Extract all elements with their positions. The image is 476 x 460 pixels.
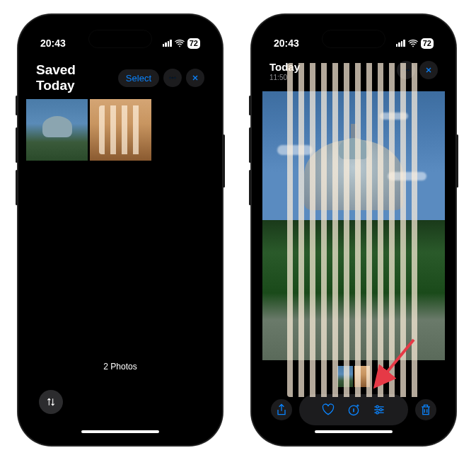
photo-thumbnail[interactable] <box>26 99 88 161</box>
share-icon <box>274 403 289 417</box>
close-icon <box>191 74 199 82</box>
power-button <box>456 134 458 188</box>
sort-button[interactable] <box>39 390 63 414</box>
share-button[interactable] <box>271 399 292 420</box>
wifi-icon <box>175 40 185 47</box>
filmstrip-thumbnail[interactable] <box>354 366 370 387</box>
heart-icon <box>321 403 335 417</box>
more-button[interactable] <box>163 69 182 87</box>
photo-grid <box>25 99 216 161</box>
trash-icon <box>419 403 433 417</box>
filmstrip[interactable] <box>258 366 449 387</box>
power-button <box>223 134 225 188</box>
status-time: 20:43 <box>274 38 299 49</box>
home-indicator[interactable] <box>315 430 393 433</box>
info-button[interactable] <box>343 399 364 420</box>
wifi-icon <box>408 40 418 47</box>
page-title: Saved Today <box>36 62 114 93</box>
side-button <box>16 96 18 115</box>
svg-point-1 <box>170 77 171 79</box>
status-time: 20:43 <box>40 38 66 49</box>
svg-point-4 <box>412 45 414 47</box>
volume-down-button <box>249 170 251 205</box>
svg-point-9 <box>376 406 378 408</box>
svg-point-3 <box>175 77 176 79</box>
photo-thumbnail[interactable] <box>90 99 151 161</box>
phone-detail-view: 20:43 72 Today 11:50 <box>251 14 456 446</box>
svg-point-10 <box>380 408 382 410</box>
close-button[interactable] <box>419 61 438 79</box>
favorite-button[interactable] <box>318 399 339 420</box>
adjustments-icon <box>372 403 386 417</box>
home-indicator[interactable] <box>81 430 159 433</box>
ellipsis-icon <box>168 73 178 83</box>
edit-button[interactable] <box>368 399 390 420</box>
battery-level: 72 <box>421 38 434 49</box>
phone-gallery-view: 20:43 72 Saved Today Select 2 Photos <box>18 14 223 446</box>
close-button[interactable] <box>186 69 204 87</box>
volume-up-button <box>16 127 18 163</box>
close-icon <box>424 66 433 74</box>
volume-up-button <box>249 127 251 163</box>
svg-point-0 <box>179 45 180 47</box>
photo-toolbar <box>258 394 449 425</box>
svg-point-11 <box>376 412 378 414</box>
side-button <box>249 96 251 115</box>
cellular-signal-icon <box>163 40 172 47</box>
select-button[interactable]: Select <box>118 69 159 87</box>
photo-count-label: 2 Photos <box>25 362 216 372</box>
cellular-signal-icon <box>396 40 405 47</box>
delete-button[interactable] <box>415 399 436 420</box>
svg-point-2 <box>172 77 173 79</box>
dynamic-island <box>88 30 152 48</box>
sort-arrows-icon <box>45 396 57 408</box>
battery-level: 72 <box>187 38 200 49</box>
dynamic-island <box>322 30 385 48</box>
info-sparkle-icon <box>347 403 361 417</box>
volume-down-button <box>16 170 18 205</box>
